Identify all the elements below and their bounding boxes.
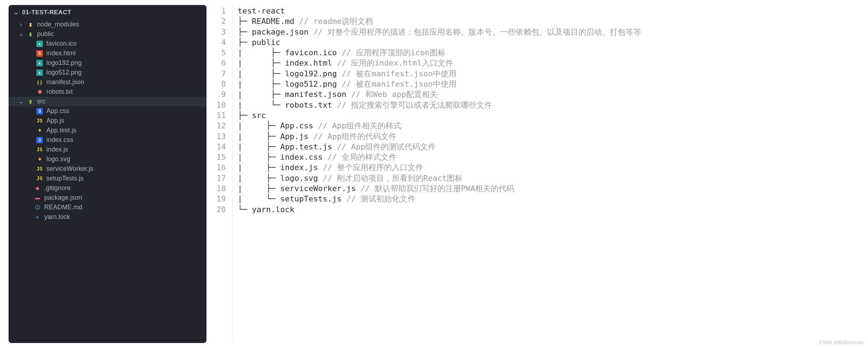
chevron-down-icon: ⌄ <box>14 9 19 16</box>
folder-open-icon: ▮ <box>27 98 34 105</box>
line-number: 2 <box>216 16 226 26</box>
json-icon: ▬ <box>34 195 41 201</box>
item-label: setupTests.js <box>46 174 83 183</box>
file-index.html[interactable]: 5index.html <box>9 48 206 58</box>
chevron-right-icon: › <box>19 20 24 29</box>
file-App.css[interactable]: 3App.css <box>9 106 206 116</box>
item-label: App.test.js <box>46 126 76 135</box>
file-index.js[interactable]: JSindex.js <box>9 145 206 154</box>
chevron-down-icon: ⌄ <box>19 97 24 106</box>
file-yarn.lock[interactable]: ●yarn.lock <box>9 212 206 222</box>
item-label: .gitignore <box>44 183 71 193</box>
code-line: | └─ robots.txt // 指定搜索引擎可以或者无法爬取哪些文件 <box>238 100 642 110</box>
item-label: logo192.png <box>46 58 82 68</box>
folder-icon: ▮ <box>27 21 34 28</box>
item-label: index.html <box>46 48 76 58</box>
chevron-down-icon: ⌄ <box>19 29 24 39</box>
file-App.test.js[interactable]: ✦App.test.js <box>9 126 206 135</box>
image-icon: ▲ <box>36 60 43 66</box>
css-icon: 3 <box>36 137 43 143</box>
html-icon: 5 <box>36 50 43 57</box>
file-logo.svg[interactable]: ✶logo.svg <box>9 154 206 164</box>
line-number: 8 <box>216 79 226 89</box>
js-icon: JS <box>36 166 43 172</box>
code-line: test-react <box>238 6 642 16</box>
line-number: 13 <box>216 131 226 142</box>
line-number: 20 <box>216 204 226 215</box>
line-number: 3 <box>216 27 226 37</box>
code-line: └─ yarn.lock <box>238 204 642 215</box>
file-.gitignore[interactable]: ◆.gitignore <box>9 183 206 193</box>
item-label: src <box>37 97 46 106</box>
line-number: 15 <box>216 152 226 162</box>
file-explorer: ⌄ 01-TEST-REACT ›▮node_modules⌄▮public▲f… <box>9 5 206 343</box>
svg-icon: ✶ <box>36 156 43 163</box>
line-number: 4 <box>216 37 226 47</box>
folder-node_modules[interactable]: ›▮node_modules <box>9 20 206 29</box>
line-number: 1 <box>216 6 226 16</box>
code-line: ├─ src <box>238 110 642 121</box>
git-icon: ◆ <box>34 185 41 191</box>
watermark: CSDN @前端Outman <box>819 339 864 346</box>
code-line: | ├─ logo.svg // 刚才启动项目，所看到的React图标 <box>238 173 642 183</box>
item-label: logo.svg <box>46 154 70 164</box>
code-line: | ├─ index.js // 整个应用程序的入口文件 <box>238 162 642 173</box>
explorer-header[interactable]: ⌄ 01-TEST-REACT <box>9 5 206 20</box>
line-number: 16 <box>216 162 226 173</box>
js-icon: JS <box>36 147 43 153</box>
file-package.json[interactable]: ▬package.json <box>9 193 206 203</box>
code-line: ├─ README.md // readme说明文档 <box>238 16 642 26</box>
folder-public[interactable]: ⌄▮public <box>9 29 206 39</box>
item-label: public <box>37 29 54 39</box>
code-line: | ├─ manifest.json // 和Web app配置相关 <box>238 89 642 99</box>
code-content[interactable]: test-react├─ README.md // readme说明文档├─ p… <box>233 6 642 342</box>
robot-icon: ⬢ <box>36 89 43 95</box>
code-line: ├─ package.json // 对整个应用程序的描述：包括应用名称、版本号… <box>238 27 642 37</box>
line-number: 9 <box>216 89 226 99</box>
code-line: | ├─ favicon.ico // 应用程序顶部的icon图标 <box>238 47 642 58</box>
js-icon: JS <box>36 175 43 182</box>
yarn-icon: ● <box>34 214 41 220</box>
json-icon: { } <box>36 79 43 86</box>
file-robots.txt[interactable]: ⬢robots.txt <box>9 87 206 97</box>
item-label: logo512.png <box>46 68 82 77</box>
code-line: ├─ public <box>238 37 642 47</box>
code-line: | ├─ index.html // 应用的index.html入口文件 <box>238 58 642 68</box>
item-label: serviceWorker.js <box>46 164 93 174</box>
file-serviceWorker.js[interactable]: JSserviceWorker.js <box>9 164 206 174</box>
code-line: | ├─ index.css // 全局的样式文件 <box>238 152 642 162</box>
test-icon: ✦ <box>36 127 43 134</box>
file-favicon.ico[interactable]: ▲favicon.ico <box>9 39 206 48</box>
code-line: | ├─ App.css // App组件相关的样式 <box>238 121 642 131</box>
file-App.js[interactable]: JSApp.js <box>9 116 206 126</box>
item-label: manifest.json <box>46 77 84 87</box>
line-number: 7 <box>216 68 226 79</box>
file-index.css[interactable]: 3index.css <box>9 135 206 145</box>
line-number: 5 <box>216 47 226 58</box>
file-logo192.png[interactable]: ▲logo192.png <box>9 58 206 68</box>
file-manifest.json[interactable]: { }manifest.json <box>9 77 206 87</box>
item-label: App.js <box>46 116 64 126</box>
js-icon: JS <box>36 118 43 124</box>
line-number: 12 <box>216 121 226 131</box>
file-setupTests.js[interactable]: JSsetupTests.js <box>9 174 206 183</box>
image-icon: ▲ <box>36 70 43 76</box>
item-label: README.md <box>44 203 82 212</box>
file-README.md[interactable]: ⓘREADME.md <box>9 203 206 212</box>
folder-src[interactable]: ⌄▮src <box>9 97 206 106</box>
item-label: node_modules <box>37 20 79 29</box>
code-line: | └─ setupTests.js // 测试初始化文件 <box>238 194 642 204</box>
folder-open-icon: ▮ <box>27 31 34 37</box>
code-line: | ├─ App.js // App组件的代码文件 <box>238 131 642 142</box>
item-label: yarn.lock <box>44 212 70 222</box>
image-icon: ▲ <box>36 41 43 47</box>
code-line: | ├─ logo192.png // 被在manifest.json中使用 <box>238 68 642 79</box>
file-logo512.png[interactable]: ▲logo512.png <box>9 68 206 77</box>
line-number: 18 <box>216 183 226 194</box>
item-label: App.css <box>46 106 69 116</box>
project-name: 01-TEST-REACT <box>22 9 71 16</box>
line-number: 10 <box>216 100 226 110</box>
item-label: favicon.ico <box>46 39 77 48</box>
code-line: | ├─ App.test.js // App组件的测试代码文件 <box>238 142 642 152</box>
line-number: 14 <box>216 142 226 152</box>
